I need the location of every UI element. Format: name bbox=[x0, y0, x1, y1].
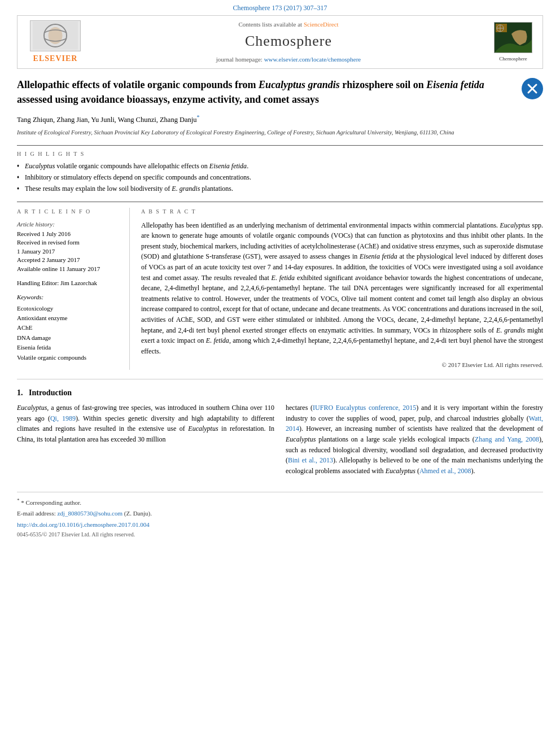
intro-right-column: hectares (IUFRO Eucalyptus conference, 2… bbox=[286, 403, 543, 480]
abstract-label: A B S T R A C T bbox=[141, 208, 543, 216]
highlight-italic-3: E. grandis bbox=[172, 185, 200, 193]
copyright-text: © 2017 Elsevier Ltd. All rights reserved… bbox=[141, 361, 543, 369]
highlight-text-2: Inhibitory or stimulatory effects depend… bbox=[25, 173, 251, 181]
abstract-column: A B S T R A C T Allelopathy has been ide… bbox=[141, 208, 543, 370]
highlight-italic-1: Eucalyptus bbox=[25, 162, 55, 170]
highlight-item-1: Eucalyptus volatile organic compounds ha… bbox=[17, 161, 543, 171]
abstract-body: Allelopathy has been identified as an un… bbox=[141, 220, 543, 357]
ref-qi-1989[interactable]: Qi, 1989 bbox=[50, 414, 76, 422]
title-part3: assessed using avoidance bioassays, enzy… bbox=[17, 94, 319, 105]
ref-ahmed-2008[interactable]: Ahmed et al., 2008 bbox=[419, 467, 471, 475]
journal-header-box: ELSEVIER Contents lists available at Sci… bbox=[17, 15, 543, 69]
corresponding-label: * Corresponding author. bbox=[21, 499, 81, 506]
accepted-date: Accepted 2 January 2017 bbox=[17, 256, 121, 264]
highlight-italic-2: Eisenia fetida bbox=[209, 162, 247, 170]
keyword-5: Eisenia fetida bbox=[17, 343, 121, 352]
corresponding-author-note: * * Corresponding author. bbox=[17, 497, 543, 507]
issn-text: 0045-6535/© 2017 Elsevier Ltd. All right… bbox=[17, 531, 543, 539]
main-content-area: Allelopathic effects of volatile organic… bbox=[17, 69, 543, 539]
intro-left-para: Eucalyptus, a genus of fast-growing tree… bbox=[17, 403, 274, 444]
received-date: Received 1 July 2016 bbox=[17, 230, 121, 238]
journal-title-area: Contents lists available at ScienceDirec… bbox=[86, 20, 491, 64]
doi-link[interactable]: http://dx.doi.org/10.1016/j.chemosphere.… bbox=[17, 521, 543, 529]
intro-title: 1. Introduction bbox=[17, 387, 543, 399]
handling-editor: Handling Editor: Jim Lazorchak bbox=[17, 279, 121, 287]
keyword-3: AChE bbox=[17, 324, 121, 332]
corresponding-star: * bbox=[197, 114, 200, 120]
homepage-text: journal homepage: www.elsevier.com/locat… bbox=[86, 55, 491, 64]
highlight-text-3: These results may explain the low soil b… bbox=[25, 185, 172, 193]
section-title: Introduction bbox=[29, 388, 72, 397]
crossmark-badge bbox=[522, 78, 543, 99]
affiliation-text: Institute of Ecological Forestry, Sichua… bbox=[17, 128, 543, 137]
author-email[interactable]: zdj_80805730@sohu.com bbox=[57, 510, 123, 517]
sciencedirect-prefix: Contents lists available at bbox=[238, 21, 302, 28]
email-note: E-mail address: zdj_80805730@sohu.com (Z… bbox=[17, 509, 543, 518]
highlights-section: H I G H L I G H T S Eucalyptus volatile … bbox=[17, 145, 543, 193]
intro-columns: Eucalyptus, a genus of fast-growing tree… bbox=[17, 403, 543, 480]
title-part2: rhizosphere soil on bbox=[340, 79, 427, 90]
sciencedirect-label: Contents lists available at ScienceDirec… bbox=[86, 20, 491, 29]
highlight-text-1: volatile organic compounds have allelopa… bbox=[55, 162, 209, 170]
title-italic1: Eucalyptus grandis bbox=[259, 79, 340, 90]
ref-watt-2014[interactable]: Watt, 2014 bbox=[286, 414, 543, 433]
handling-editor-group: Handling Editor: Jim Lazorchak bbox=[17, 279, 121, 287]
keyword-1: Ecotoxicology bbox=[17, 304, 121, 313]
section-number: 1. bbox=[17, 388, 23, 397]
introduction-section: 1. Introduction Eucalyptus, a genus of f… bbox=[17, 379, 543, 481]
article-info-column: A R T I C L E I N F O Article history: R… bbox=[17, 208, 130, 370]
highlights-label: H I G H L I G H T S bbox=[17, 150, 543, 158]
article-info-abstract-columns: A R T I C L E I N F O Article history: R… bbox=[17, 202, 543, 370]
available-date: Available online 11 January 2017 bbox=[17, 265, 121, 273]
ref-iufro[interactable]: IUFRO Eucalyptus conference, 2015 bbox=[313, 404, 416, 412]
keywords-label: Keywords: bbox=[17, 293, 121, 302]
article-info-label: A R T I C L E I N F O bbox=[17, 208, 121, 216]
footer-section: * * Corresponding author. E-mail address… bbox=[17, 492, 543, 539]
doi-anchor[interactable]: http://dx.doi.org/10.1016/j.chemosphere.… bbox=[17, 521, 150, 528]
keywords-section: Keywords: Ecotoxicology Antioxidant enzy… bbox=[17, 293, 121, 362]
title-italic2: Eisenia fetida bbox=[426, 79, 484, 90]
title-part1: Allelopathic effects of volatile organic… bbox=[17, 79, 259, 90]
article-history-group: Article history: Received 1 July 2016 Re… bbox=[17, 220, 121, 273]
highlight-item-2: Inhibitory or stimulatory effects depend… bbox=[17, 173, 543, 182]
highlight-item-3: These results may explain the low soil b… bbox=[17, 184, 543, 194]
email-person-note: (Z. Danju). bbox=[124, 510, 152, 517]
article-title: Allelopathic effects of volatile organic… bbox=[17, 78, 543, 106]
authors-line: Tang Zhiqun, Zhang Jian, Yu Junli, Wang … bbox=[17, 113, 543, 125]
journal-citation: Chemosphere 173 (2017) 307–317 bbox=[0, 0, 560, 15]
journal-name-header: Chemosphere bbox=[86, 31, 491, 51]
journal-cover-thumbnail bbox=[494, 22, 532, 53]
elsevier-image bbox=[30, 20, 81, 51]
email-label: E-mail address: bbox=[17, 510, 56, 517]
journal-thumbnail-area: Chemosphere bbox=[491, 22, 536, 63]
ref-zhang-yang-2008[interactable]: Zhang and Yang, 2008 bbox=[475, 435, 539, 443]
elsevier-logo: ELSEVIER bbox=[24, 20, 86, 64]
keyword-4: DNA damage bbox=[17, 334, 121, 342]
author-names: Tang Zhiqun, Zhang Jian, Yu Junli, Wang … bbox=[17, 116, 197, 124]
keyword-2: Antioxidant enzyme bbox=[17, 314, 121, 322]
intro-left-column: Eucalyptus, a genus of fast-growing tree… bbox=[17, 403, 274, 480]
elsevier-brand-text: ELSEVIER bbox=[33, 53, 78, 64]
history-label: Article history: bbox=[17, 220, 121, 229]
journal-citation-text: Chemosphere 173 (2017) 307–317 bbox=[233, 4, 327, 12]
ref-bini-2013[interactable]: Bini et al., 2013 bbox=[288, 456, 333, 464]
sciencedirect-link[interactable]: ScienceDirect bbox=[304, 21, 339, 28]
homepage-link[interactable]: www.elsevier.com/locate/chemosphere bbox=[264, 56, 361, 63]
journal-abbreviation: Chemosphere bbox=[499, 55, 527, 63]
elsevier-logo-area: ELSEVIER bbox=[24, 20, 86, 64]
revised-date: Received in revised form1 January 2017 bbox=[17, 238, 121, 256]
keyword-6: Volatile organic compounds bbox=[17, 353, 121, 362]
homepage-label: journal homepage: bbox=[216, 56, 262, 63]
intro-right-para: hectares (IUFRO Eucalyptus conference, 2… bbox=[286, 403, 543, 476]
